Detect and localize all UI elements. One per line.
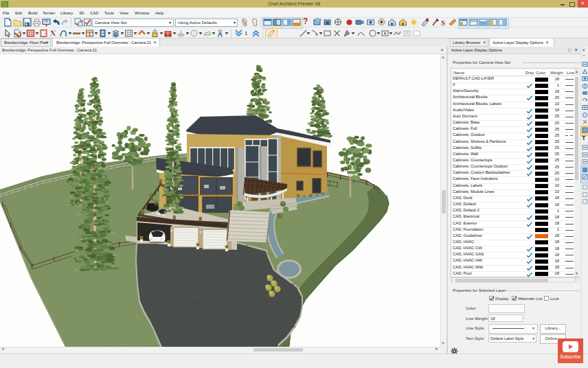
svg-text:S: S	[441, 19, 445, 27]
